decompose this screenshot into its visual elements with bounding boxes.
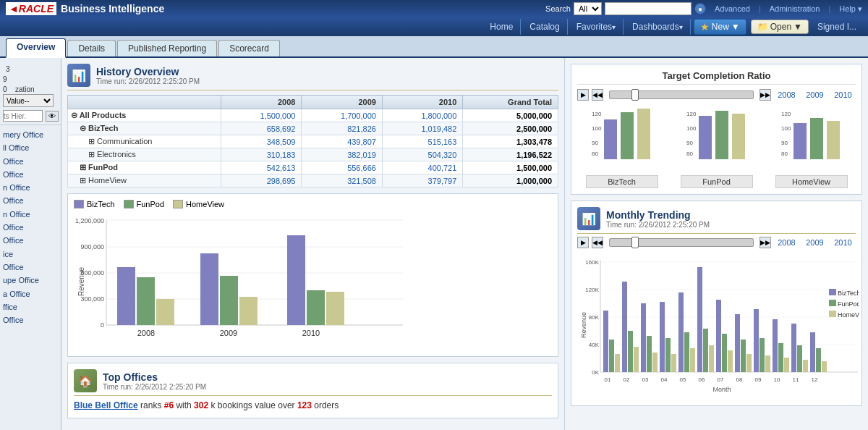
office-name[interactable]: Blue Bell Office bbox=[74, 400, 138, 410]
svg-text:BizTech: BizTech bbox=[838, 290, 859, 297]
help-link[interactable]: Help ▾ bbox=[839, 4, 862, 14]
nav-catalog[interactable]: Catalog bbox=[522, 19, 567, 35]
svg-rect-78 bbox=[722, 334, 727, 372]
svg-text:10: 10 bbox=[774, 376, 780, 383]
svg-text:HomeView: HomeView bbox=[838, 311, 859, 319]
advanced-link[interactable]: Advanced bbox=[715, 4, 750, 13]
cell-2008: 348,509 bbox=[221, 135, 302, 148]
svg-text:FunPod: FunPod bbox=[838, 300, 859, 308]
office-item[interactable]: Office bbox=[0, 234, 61, 247]
history-title-area: History Overview Time run: 2/26/2012 2:2… bbox=[96, 66, 200, 85]
nav-new[interactable]: ★ New ▼ bbox=[694, 19, 746, 35]
tab-overview[interactable]: Overview bbox=[6, 38, 66, 58]
cell-2008: 310,183 bbox=[221, 148, 302, 161]
mini-chart-label-funpod[interactable]: FunPod bbox=[681, 175, 753, 188]
row-label[interactable]: ⊞ Electronics bbox=[68, 148, 221, 161]
row-label[interactable]: ⊞ Communication bbox=[68, 135, 221, 148]
svg-rect-43 bbox=[793, 123, 807, 159]
year-label-2010: 2010 bbox=[830, 90, 856, 99]
svg-rect-59 bbox=[603, 311, 608, 372]
office-item[interactable]: Office bbox=[0, 261, 61, 274]
svg-rect-68 bbox=[660, 302, 665, 372]
trending-slider[interactable] bbox=[609, 238, 754, 247]
svg-rect-18 bbox=[239, 297, 258, 325]
row-label[interactable]: ⊞ FunPod bbox=[68, 161, 221, 174]
top-header: ◄RACLE Business Intelligence Search All … bbox=[0, 0, 868, 17]
svg-rect-63 bbox=[628, 331, 633, 372]
office-item[interactable]: Office bbox=[0, 168, 61, 181]
monthly-trending-section: 📊 Monthly Trending Time run: 2/26/2012 2… bbox=[571, 201, 862, 406]
table-row: ⊞ HomeView 298,695 321,508 379,797 1,000… bbox=[68, 174, 558, 187]
svg-text:2009: 2009 bbox=[220, 329, 237, 337]
svg-rect-79 bbox=[728, 350, 733, 372]
svg-rect-30 bbox=[621, 112, 634, 159]
svg-text:120: 120 bbox=[592, 111, 602, 117]
office-item[interactable]: a Office bbox=[0, 287, 61, 300]
mini-chart-label-homeview[interactable]: HomeView bbox=[775, 175, 848, 188]
office-item[interactable]: n Office bbox=[0, 181, 61, 194]
trending-next-button[interactable]: ▶▶ bbox=[760, 237, 771, 248]
svg-rect-45 bbox=[827, 121, 840, 159]
target-controls: ▶ ◀◀ ▶▶ 2008 2009 2010 bbox=[577, 89, 856, 101]
office-item[interactable]: Office bbox=[0, 155, 61, 168]
nav-signed-in[interactable]: Signed I... bbox=[812, 20, 862, 33]
svg-rect-31 bbox=[637, 109, 650, 159]
top-offices-title: Top Offices bbox=[103, 371, 206, 383]
administration-link[interactable]: Administration bbox=[770, 4, 820, 13]
new-label: New bbox=[712, 22, 729, 32]
svg-text:80K: 80K bbox=[589, 314, 600, 321]
cell-2010: 1,800,000 bbox=[382, 109, 462, 122]
office-item[interactable]: n Office bbox=[0, 208, 61, 221]
row-label[interactable]: ⊝ BizTech bbox=[68, 122, 221, 135]
next-button[interactable]: ▶▶ bbox=[760, 89, 771, 101]
office-item[interactable]: ffice bbox=[0, 300, 61, 313]
svg-text:160K: 160K bbox=[585, 259, 599, 266]
svg-text:09: 09 bbox=[755, 376, 762, 383]
office-item[interactable]: Office bbox=[0, 221, 61, 234]
sidebar-search-input[interactable] bbox=[3, 110, 43, 122]
cell-2008: 658,692 bbox=[221, 122, 302, 135]
tab-scorecard[interactable]: Scorecard bbox=[218, 40, 280, 56]
trending-play-button[interactable]: ▶ bbox=[577, 237, 589, 248]
office-item[interactable]: Office bbox=[0, 194, 61, 207]
legend-biztech: BizTech bbox=[74, 200, 115, 208]
nav-bar: Home Catalog Favorites Dashboards ★ New … bbox=[0, 17, 868, 36]
office-item[interactable]: mery Office bbox=[0, 128, 61, 141]
binoculars-button[interactable]: 👁 bbox=[46, 111, 59, 122]
legend-funpod: FunPod bbox=[124, 200, 165, 208]
row-label[interactable]: ⊞ HomeView bbox=[68, 174, 221, 187]
office-item[interactable]: ll Office bbox=[0, 141, 61, 154]
tab-published-reporting[interactable]: Published Reporting bbox=[117, 40, 217, 56]
search-input[interactable] bbox=[605, 2, 692, 15]
monthly-chart-svg: Revenue 0K 40K 80K 120K 160K bbox=[577, 253, 859, 397]
search-button[interactable]: ● bbox=[694, 3, 706, 14]
nav-home[interactable]: Home bbox=[482, 19, 521, 35]
cell-total: 2,500,000 bbox=[463, 122, 558, 135]
trending-controls: ▶ ◀◀ ▶▶ 2008 2009 2010 bbox=[577, 237, 856, 248]
svg-text:08: 08 bbox=[736, 376, 743, 383]
tab-details[interactable]: Details bbox=[67, 40, 116, 56]
top-offices-title-area: Top Offices Time run: 2/26/2012 2:25:20 … bbox=[103, 371, 206, 391]
svg-rect-20 bbox=[307, 290, 325, 325]
legend-label-funpod: FunPod bbox=[137, 200, 165, 208]
office-item[interactable]: upe Office bbox=[0, 274, 61, 287]
prev-button[interactable]: ◀◀ bbox=[592, 89, 603, 101]
trending-year-2008: 2008 bbox=[774, 238, 799, 247]
trending-prev-button[interactable]: ◀◀ bbox=[592, 237, 603, 248]
svg-text:12: 12 bbox=[812, 376, 818, 383]
row-label[interactable]: ⊝ All Products bbox=[68, 109, 221, 122]
svg-text:120K: 120K bbox=[585, 287, 599, 293]
office-item[interactable]: ice bbox=[0, 248, 61, 261]
nav-open[interactable]: 📁 Open ▼ bbox=[751, 20, 809, 34]
svg-rect-88 bbox=[784, 358, 789, 372]
nav-favorites[interactable]: Favorites bbox=[569, 19, 624, 35]
play-button[interactable]: ▶ bbox=[577, 89, 589, 101]
svg-rect-44 bbox=[810, 118, 823, 159]
filter-select[interactable]: Value-- bbox=[3, 94, 54, 107]
svg-rect-86 bbox=[773, 319, 778, 372]
target-slider[interactable] bbox=[609, 90, 754, 99]
mini-chart-label-biztech[interactable]: BizTech bbox=[586, 175, 658, 188]
search-scope[interactable]: All bbox=[574, 2, 602, 15]
office-item[interactable]: Office bbox=[0, 313, 61, 326]
nav-dashboards[interactable]: Dashboards bbox=[625, 19, 691, 35]
